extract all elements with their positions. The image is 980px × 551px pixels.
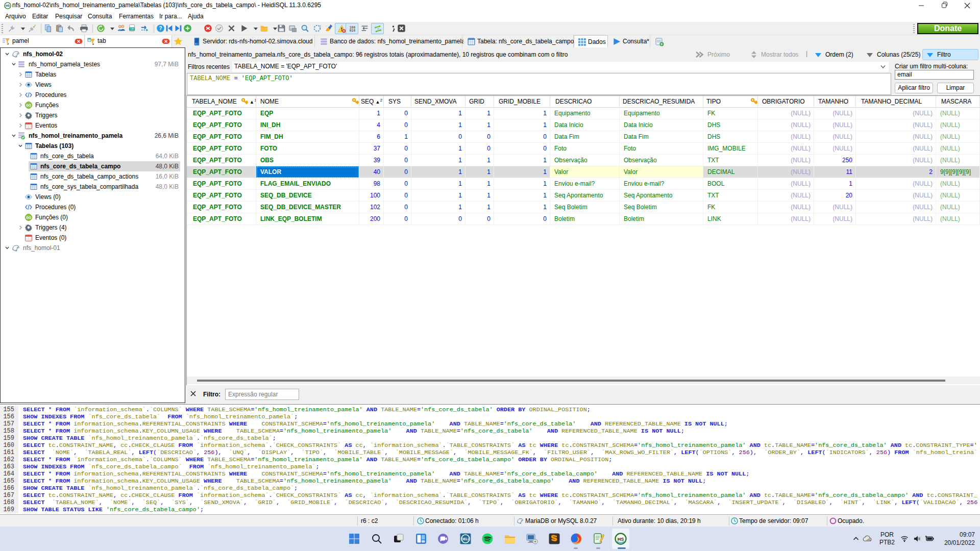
svg-text:CSV: CSV [130, 28, 134, 30]
svg-text:100: 100 [350, 26, 356, 30]
svg-text:?: ? [159, 26, 162, 31]
svg-text:HS: HS [618, 537, 624, 542]
svg-text:GO: GO [26, 216, 31, 219]
svg-text:DELL: DELL [461, 537, 470, 541]
svg-text:HS: HS [6, 4, 10, 7]
svg-text:010: 010 [350, 29, 356, 33]
svg-text:GO: GO [26, 104, 31, 107]
